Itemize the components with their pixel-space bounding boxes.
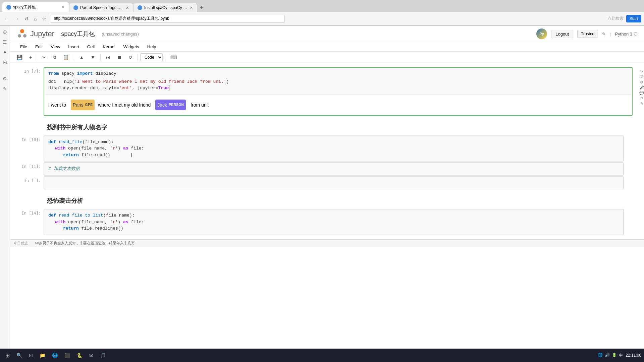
cell-type-select[interactable]: Code (140, 53, 163, 61)
bookmark-button[interactable]: ☆ (40, 15, 48, 22)
code-doc2: doc (90, 85, 98, 90)
menu-cell[interactable]: Cell (84, 43, 98, 51)
menu-kernel[interactable]: Kernel (99, 43, 119, 51)
paris-entity: Paris GPE (71, 100, 95, 110)
cell-empty-wrapper: In [ ]: (10, 176, 644, 190)
cell-11-input[interactable]: # 加载文本数据 (44, 163, 623, 175)
move-down-button[interactable]: ▼ (88, 53, 98, 61)
keyboard-button[interactable]: ⌨ (168, 53, 180, 61)
menu-help[interactable]: Help (144, 43, 160, 51)
sidebar-icon-2[interactable]: ☰ (2, 39, 8, 45)
tab-install[interactable]: Install spaCy · spaCy Usage ... ✕ (133, 3, 197, 12)
code-paren1: ( (72, 79, 74, 84)
jupyter-header: Jupyter spacy工具包 (unsaved changes) Py Lo… (10, 26, 644, 42)
kernel-label: Python 3 (615, 32, 632, 37)
paste-button[interactable]: 📋 (60, 53, 71, 61)
notebook-title[interactable]: spacy工具包 (60, 30, 96, 38)
cut-button[interactable]: ✂ (40, 53, 49, 61)
cell-7[interactable]: from spacy import displacy doc = nlp('I … (44, 67, 633, 116)
taskbar-browser[interactable]: 🌐 (49, 352, 60, 359)
code-as2: ) (118, 220, 123, 225)
cell-10[interactable]: def read_file(file_name): with open(file… (44, 135, 624, 162)
url-input[interactable] (50, 15, 285, 23)
left-sidebar: ⊕ ☰ ● ◎ ⚙ ✎ (0, 26, 10, 349)
cell-14[interactable]: def read_file_to_list(file_name): with o… (44, 209, 624, 235)
jupyter-main: Jupyter spacy工具包 (unsaved changes) Py Lo… (10, 26, 644, 349)
code-fileread2: file.readlines() (79, 226, 123, 231)
sidebar-icon-6[interactable]: ✎ (2, 85, 8, 92)
taskbar-network-icon[interactable]: 🌐 (598, 353, 603, 358)
cell-7-input[interactable]: from spacy import displacy doc = nlp('I … (44, 68, 632, 94)
cell-14-input[interactable]: def read_file_to_list(file_name): with o… (44, 209, 623, 235)
cell-empty-input[interactable] (44, 177, 623, 189)
code-as1: ) (118, 146, 123, 151)
menu-view[interactable]: View (47, 43, 63, 51)
stop-button[interactable]: ⏹ (114, 53, 124, 61)
taskbar-start-btn[interactable]: ⊞ (3, 352, 12, 359)
menu-file[interactable]: File (17, 43, 31, 51)
cell-10-content: def read_file(file_name): with open(file… (44, 135, 624, 162)
toolbar: 💾 + ✂ ⧉ 📋 ▲ ▼ ⏭ ⏹ ↺ Code ⌨ (10, 52, 644, 63)
taskbar-music[interactable]: 🎵 (97, 352, 108, 359)
copy-button[interactable]: ⧉ (50, 53, 59, 61)
taskbar-python[interactable]: 🐍 (74, 352, 85, 359)
cell-7-content: from spacy import displacy doc = nlp('I … (44, 67, 633, 116)
menu-insert[interactable]: Insert (65, 43, 83, 51)
move-up-button[interactable]: ▲ (76, 53, 87, 61)
cell-11[interactable]: # 加载文本数据 (44, 162, 624, 176)
menu-edit[interactable]: Edit (32, 43, 46, 51)
taskbar-folder[interactable]: 📁 (37, 352, 48, 359)
cell-11-prompt: In [11]: (10, 162, 44, 169)
svg-point-1 (18, 34, 21, 38)
fast-forward-button[interactable]: ⏭ (103, 53, 113, 61)
restart-button[interactable]: ↺ (126, 53, 135, 61)
cell-10-input[interactable]: def read_file(file_name): with open(file… (44, 136, 623, 161)
forward-button[interactable]: → (13, 15, 21, 22)
taskbar-search[interactable]: 🔍 (14, 352, 25, 359)
cell-7-prompt: In [7]: (10, 67, 44, 74)
code-eq: = (59, 79, 64, 84)
sidebar-icon-1[interactable]: ⊕ (2, 28, 8, 35)
cell-7-right-icons: S 英 ⚙ 🎤 💬 ⇄ ✎ (639, 67, 644, 106)
kernel-indicator: Python 3 (615, 32, 637, 37)
add-cell-button[interactable]: + (26, 53, 35, 61)
taskbar-terminal[interactable]: ⬛ (62, 352, 73, 359)
tab-label-install: Install spaCy · spaCy Usage ... (144, 5, 188, 10)
icon-eng: 英 (640, 74, 644, 79)
code-fn1: read_file (59, 139, 82, 144)
sidebar-icon-5[interactable]: ⚙ (2, 75, 8, 82)
menu-widgets[interactable]: Widgets (120, 43, 143, 51)
header-right: Py Logout Trusted ✎ | Python 3 (536, 28, 637, 39)
logout-button[interactable]: Logout (551, 30, 573, 38)
code-comma2: , (132, 85, 135, 90)
code-with2: with (55, 220, 65, 225)
tab-close-pos[interactable]: ✕ (126, 6, 129, 10)
back-button[interactable]: ← (3, 15, 11, 22)
start-button[interactable]: Start (626, 15, 641, 22)
output-text-1: I went to (48, 102, 66, 108)
taskbar-task-view[interactable]: ⊡ (26, 352, 36, 359)
tab-spacy[interactable]: spacy工具包 ✕ (2, 2, 69, 12)
tab-pos[interactable]: Part of Speech Tags — Win... ✕ (69, 3, 133, 12)
home-button[interactable]: ⌂ (32, 15, 38, 22)
cell-11-wrapper: In [11]: # 加载文本数据 (10, 162, 644, 176)
edit-icon[interactable]: ✎ (602, 32, 606, 37)
save-button[interactable]: 💾 (14, 53, 25, 61)
tab-close-install[interactable]: ✕ (190, 6, 193, 10)
code-paren2: ) (226, 79, 229, 84)
taskbar-volume-icon[interactable]: 🔊 (605, 353, 610, 358)
app-container: ⊕ ☰ ● ◎ ⚙ ✎ Jupyter spacy工具包 (unsaved ch… (0, 26, 644, 349)
taskbar-input-icon[interactable]: 中 (619, 353, 623, 358)
tab-close-spacy[interactable]: ✕ (62, 5, 65, 9)
cell-11-content: # 加载文本数据 (44, 162, 624, 176)
refresh-button[interactable]: ↺ (23, 15, 30, 22)
sidebar-icon-3[interactable]: ● (2, 49, 8, 55)
taskbar-battery-icon[interactable]: 🔋 (612, 353, 617, 358)
taskbar-email[interactable]: ✉ (87, 352, 96, 359)
cell-empty[interactable] (44, 176, 624, 190)
sidebar-icon-4[interactable]: ◎ (2, 59, 8, 65)
cursor-10: | (130, 153, 133, 158)
trusted-button[interactable]: Trusted (577, 30, 598, 38)
code-style: style= (103, 85, 119, 90)
new-tab-button[interactable]: + (197, 3, 206, 12)
